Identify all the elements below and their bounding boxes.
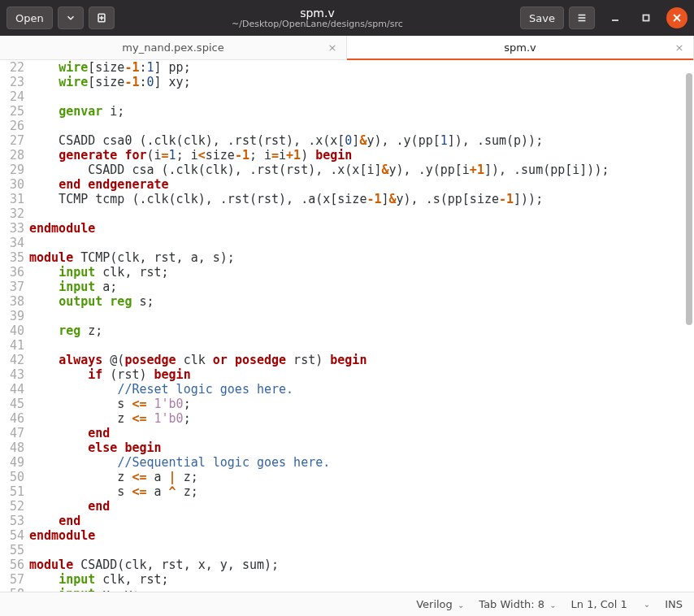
token-txt [29,572,59,587]
code-line[interactable]: CSADD csa (.clk(clk), .rst(rst), .x(x[i]… [29,163,684,177]
token-txt: [size [88,60,124,75]
code-line[interactable]: z <= a | z; [29,470,684,484]
line-number: 52 [0,499,24,514]
code-line[interactable]: s <= 1'b0; [29,397,684,411]
code-line[interactable] [29,119,684,133]
token-txt: z [29,411,132,426]
tab-spm[interactable]: spm.v × [347,36,694,59]
token-txt: [size [88,75,124,89]
token-txt: s [29,397,132,411]
code-line[interactable]: input a; [29,280,684,294]
code-line[interactable]: wire[size-1:0] xy; [29,75,684,89]
code-line[interactable]: TCMP tcmp (.clk(clk), .rst(rst), .a(x[si… [29,192,684,206]
cursor-position[interactable]: Ln 1, Col 1 [571,598,627,610]
code-line[interactable]: CSADD csa0 (.clk(clk), .rst(rst), .x(x[0… [29,133,684,148]
token-txt: z [29,470,132,484]
token-txt [29,323,59,338]
line-number: 26 [0,119,24,133]
code-line[interactable] [29,89,684,104]
token-txt: z; [176,470,198,484]
tab-close-button[interactable]: × [327,42,338,54]
token-kw: input [59,265,95,280]
code-line[interactable]: s <= a ^ z; [29,484,684,499]
token-kw: output [59,294,102,309]
token-txt: a [147,484,169,499]
tab-close-button[interactable]: × [674,42,685,54]
code-line[interactable]: end [29,514,684,528]
token-txt [29,587,59,592]
code-line[interactable]: module CSADD(clk, rst, x, y, sum); [29,557,684,572]
status-bar: Verilog ⌄ Tab Width: 8 ⌄ Ln 1, Col 1 ⌄ I… [0,592,694,616]
code-line[interactable]: input clk, rst; [29,572,684,587]
code-line[interactable]: input x, y; [29,587,684,592]
token-num: 1 [169,148,176,163]
code-line[interactable] [29,338,684,353]
code-line[interactable]: //Sequential logic goes here. [29,455,684,470]
scrollbar-thumb[interactable] [686,73,692,325]
code-line[interactable]: endmodule [29,221,684,236]
code-line[interactable]: end [29,499,684,514]
token-op: < [198,148,206,163]
token-txt [29,367,88,382]
token-kr: begin [315,148,352,163]
token-op: <= [132,470,146,484]
language-selector[interactable]: Verilog ⌄ [416,598,464,610]
code-line[interactable]: output reg s; [29,294,684,309]
new-tab-button[interactable] [89,7,115,29]
code-line[interactable]: if (rst) begin [29,367,684,382]
token-txt: TCMP(clk, rst, a, s); [73,250,235,265]
line-number: 46 [0,411,24,426]
code-line[interactable]: genvar i; [29,104,684,119]
menu-button[interactable] [569,7,595,29]
tab-width-selector[interactable]: Tab Width: 8 ⌄ [479,598,556,610]
tab-my-nand[interactable]: my_nand.pex.spice × [0,36,347,59]
editor-area[interactable]: 2223242526272829303132333435363738394041… [0,60,694,592]
insert-mode[interactable]: INS [665,598,683,610]
code-line[interactable]: else begin [29,440,684,455]
token-kw: wire [59,60,88,75]
open-recent-button[interactable] [58,7,84,29]
code-line[interactable]: end endgenerate [29,177,684,192]
line-number: 54 [0,528,24,543]
token-kr: begin [154,367,191,382]
code-line[interactable]: end [29,426,684,440]
scrollbar-track[interactable] [686,60,692,592]
save-button[interactable]: Save [520,7,564,29]
line-number: 31 [0,192,24,206]
code-line[interactable] [29,206,684,221]
line-number: 42 [0,353,24,367]
token-txt [29,177,59,192]
code-line[interactable] [29,543,684,557]
code-line[interactable]: generate for(i=1; i<size-1; i=i+1) begin [29,148,684,163]
token-kr: end [59,177,80,192]
code-line[interactable] [29,236,684,250]
token-txt [29,455,117,470]
line-number: 47 [0,426,24,440]
token-txt: clk, rst; [95,265,168,280]
line-number: 43 [0,367,24,382]
code-content[interactable]: wire[size-1:1] pp; wire[size-1:0] xy; ge… [29,60,684,592]
code-line[interactable]: module TCMP(clk, rst, a, s); [29,250,684,265]
window-minimize-button[interactable] [605,7,626,28]
code-line[interactable]: //Reset logic goes here. [29,382,684,397]
token-txt: : [139,60,146,75]
code-line[interactable]: reg z; [29,323,684,338]
token-kr: endmodule [29,528,95,543]
token-kr: end [88,426,110,440]
token-op: -1 [367,192,381,206]
window-maximize-button[interactable] [635,7,657,28]
code-line[interactable]: always @(posedge clk or posedge rst) beg… [29,353,684,367]
open-button[interactable]: Open [7,7,53,29]
window-close-button[interactable] [666,7,687,28]
code-line[interactable]: z <= 1'b0; [29,411,684,426]
code-line[interactable]: endmodule [29,528,684,543]
token-txt: ; [184,397,191,411]
token-txt [29,148,59,163]
line-number: 29 [0,163,24,177]
code-line[interactable]: wire[size-1:1] pp; [29,60,684,75]
tab-label: my_nand.pex.spice [122,41,223,54]
code-line[interactable]: input clk, rst; [29,265,684,280]
code-line[interactable] [29,309,684,323]
token-txt: (i [147,148,162,163]
token-txt: (rst) [102,367,154,382]
